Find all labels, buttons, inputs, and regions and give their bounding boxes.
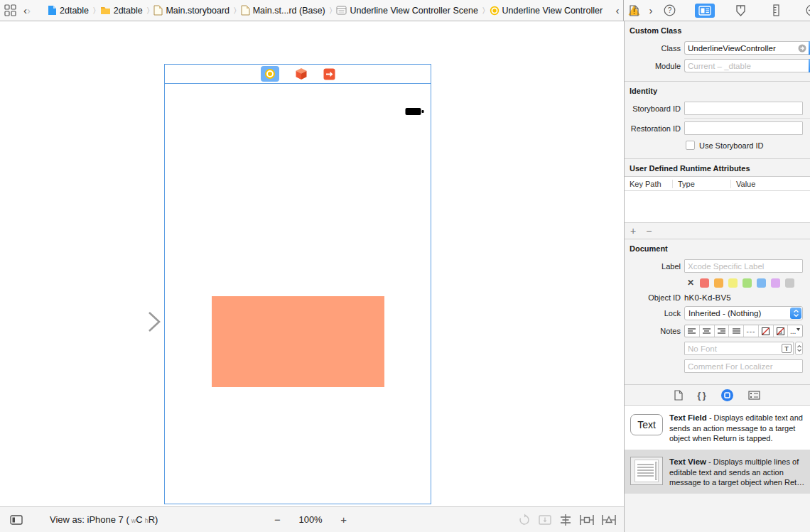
notes-font-row: T: [625, 340, 810, 357]
localizer-comment-input[interactable]: [684, 359, 803, 373]
yellow-swatch[interactable]: [728, 278, 738, 288]
first-responder-dock-icon[interactable]: [295, 67, 308, 80]
remove-attribute-button[interactable]: −: [646, 225, 652, 237]
class-input[interactable]: [684, 41, 809, 55]
breadcrumb-item-folder[interactable]: 2dtable: [100, 6, 143, 16]
media-library-icon[interactable]: [748, 391, 760, 400]
update-frames-icon[interactable]: [517, 514, 531, 526]
font-size-stepper[interactable]: [795, 342, 803, 355]
use-storyboard-id-checkbox[interactable]: [686, 141, 695, 150]
orange-swatch[interactable]: [714, 278, 723, 288]
device-configuration-icon[interactable]: [10, 515, 23, 525]
document-label-input[interactable]: [684, 259, 803, 273]
view-controller-frame[interactable]: [164, 64, 431, 504]
object-id-row: Object ID hK0-Kd-BV5: [625, 292, 810, 303]
runtime-attributes-body[interactable]: [625, 191, 810, 222]
blue-swatch[interactable]: [757, 278, 766, 288]
text-view-description: Text View - Displays multiple lines of e…: [669, 455, 806, 488]
file-inspector-tab-icon[interactable]: [624, 4, 644, 18]
align-left-segment[interactable]: [685, 325, 700, 337]
canvas-bottom-bar: View as: iPhone 7 (wChR) − 100% +: [0, 506, 624, 532]
identity-inspector-tab-icon[interactable]: [695, 4, 715, 18]
breadcrumb-separator: 〉: [93, 6, 96, 15]
lock-popup[interactable]: Inherited - (Nothing): [684, 306, 803, 320]
object-library-icon[interactable]: [720, 389, 734, 402]
size-inspector-tab-icon[interactable]: [766, 4, 786, 18]
use-storyboard-id-row: Use Storyboard ID: [625, 138, 810, 154]
breadcrumb-separator: 〉: [234, 6, 237, 15]
text-view-thumbnail: [630, 457, 663, 485]
object-id-label: Object ID: [625, 293, 684, 302]
breadcrumb-item-view-controller[interactable]: Underline View Controller: [490, 6, 603, 16]
forward-chevron-icon[interactable]: ›: [27, 4, 31, 16]
no-text-segment[interactable]: a: [774, 325, 789, 337]
module-label: Module: [625, 62, 684, 70]
previous-issue-icon[interactable]: ‹: [611, 4, 624, 16]
auto-layout-buttons: [517, 514, 617, 526]
zoom-in-button[interactable]: +: [338, 514, 350, 526]
align-justify-segment[interactable]: [729, 325, 744, 337]
library-item-text-field[interactable]: Text Text Field - Displays editable text…: [625, 406, 810, 450]
align-right-segment[interactable]: [715, 325, 730, 337]
identity-section-title: Identity: [625, 82, 810, 99]
breadcrumb-item-scene[interactable]: Underline View Controller Scene: [336, 6, 477, 16]
module-input[interactable]: [684, 59, 809, 72]
quick-help-inspector-tab-icon[interactable]: ?: [659, 4, 679, 18]
view-controller-content[interactable]: [165, 84, 431, 504]
restoration-id-row: Restoration ID: [625, 120, 810, 136]
zoom-level[interactable]: 100%: [298, 514, 322, 525]
font-input[interactable]: [684, 342, 794, 355]
related-items-icon[interactable]: [4, 4, 16, 16]
class-jump-icon[interactable]: [798, 44, 806, 53]
view-controller-dock-icon[interactable]: [261, 66, 279, 82]
storyboard-id-input[interactable]: [684, 102, 803, 115]
exit-dock-icon[interactable]: [323, 68, 335, 80]
align-icon[interactable]: [558, 514, 573, 526]
embed-in-stack-icon[interactable]: [538, 514, 552, 526]
purple-swatch[interactable]: [771, 278, 780, 288]
breadcrumb-item-storyboard-base[interactable]: Main.st...rd (Base): [241, 5, 325, 16]
module-combo: [684, 59, 810, 72]
library-item-text-view[interactable]: Text View - Displays multiple lines of e…: [625, 450, 810, 494]
storyboard-canvas[interactable]: [0, 21, 624, 506]
green-swatch[interactable]: [742, 278, 752, 288]
runtime-attributes-controls: + −: [625, 222, 810, 239]
module-row: Module: [625, 58, 810, 74]
folder-icon: [100, 6, 111, 15]
attributes-inspector-tab-icon[interactable]: [730, 4, 750, 18]
inspector-tab-bar: ?: [624, 0, 810, 21]
align-center-segment[interactable]: [700, 325, 715, 337]
lock-label: Lock: [625, 309, 684, 317]
breadcrumb-item-storyboard-file[interactable]: Main.storyboard: [153, 5, 230, 16]
orange-view[interactable]: [212, 296, 384, 387]
resolve-auto-layout-icon[interactable]: [601, 514, 617, 526]
lock-value: Inherited - (Nothing): [688, 309, 761, 317]
dashes-segment[interactable]: ---: [744, 325, 759, 337]
clear-color-swatch[interactable]: ✕: [687, 278, 694, 288]
initial-view-controller-arrow[interactable]: [90, 308, 168, 336]
object-id-value: hK0-Kd-BV5: [684, 293, 731, 302]
zoom-out-button[interactable]: −: [271, 514, 283, 526]
breadcrumb-item-project[interactable]: 2dtable: [48, 5, 89, 16]
font-picker-button[interactable]: T: [782, 344, 792, 353]
code-snippet-library-icon[interactable]: { }: [697, 390, 706, 401]
view-as-suffix: ): [155, 514, 158, 525]
notes-more-segment[interactable]: ...: [788, 325, 802, 337]
breadcrumb-separator: 〉: [330, 6, 333, 15]
add-attribute-button[interactable]: +: [630, 225, 636, 237]
project-file-icon: [48, 5, 57, 16]
file-template-library-icon[interactable]: [674, 390, 683, 401]
gray-swatch[interactable]: [785, 278, 794, 288]
restoration-id-input[interactable]: [684, 121, 803, 135]
svg-text:?: ?: [667, 6, 671, 14]
red-swatch[interactable]: [700, 278, 709, 288]
column-value: Value: [731, 180, 810, 188]
view-as-button[interactable]: View as: iPhone 7 (wChR): [50, 514, 158, 525]
font-field-wrap: T: [684, 342, 794, 355]
pin-icon[interactable]: [579, 514, 595, 526]
battery-icon: [405, 107, 424, 116]
connections-inspector-tab-icon[interactable]: [801, 4, 810, 18]
breadcrumb-separator: 〉: [147, 6, 150, 15]
no-background-segment[interactable]: [759, 325, 774, 337]
runtime-attributes-section-title: User Defined Runtime Attributes: [625, 159, 810, 176]
